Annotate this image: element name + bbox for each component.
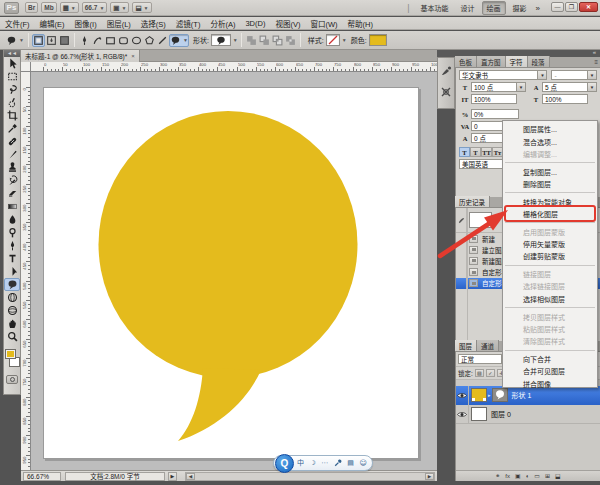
snapshot-thumbnail[interactable] [469,212,492,228]
3d-camera-tool[interactable] [4,304,20,317]
quick-selection-tool[interactable] [4,96,20,109]
emoji-icon[interactable]: ☺ [359,460,366,467]
menu-滤镜[interactable]: 滤镜(T) [171,18,206,29]
panel-menu-icon[interactable]: ≡ [594,59,598,65]
menu-分析[interactable]: 分析(A) [205,18,240,29]
menu-3D[interactable]: 3D(D) [240,19,270,28]
tab-直方图[interactable]: 直方图 [477,56,506,67]
zoom-tool[interactable] [4,330,20,343]
arrange-documents-icon[interactable]: ▣▼ [110,2,129,13]
context-menu-item[interactable]: 删除图层 [503,178,597,190]
context-menu-item[interactable]: 选择相似图层 [503,293,597,305]
horizontal-scale-field[interactable]: 100% [542,94,588,104]
3d-rotate-tool[interactable] [4,291,20,304]
document-tab[interactable]: 未标题-1 @ 66.7%(形状 1, RGB/8)* × [21,50,140,62]
marquee-tool[interactable] [4,70,20,83]
layer-row[interactable]: 图层 0 [456,405,600,424]
context-menu-item[interactable]: 粘贴图层样式 [503,323,597,335]
tool-preset-picker[interactable]: ▼ [5,34,25,47]
subtract-shape-area-button[interactable] [258,34,271,47]
half-full-width-icon[interactable]: ☽ [310,460,316,467]
context-menu-item[interactable]: 创建剪贴蒙版 [503,250,597,262]
font-style-dropdown-icon[interactable]: ▼ [588,70,597,80]
tools-icon[interactable] [334,459,342,467]
quick-mask-button[interactable] [6,375,18,384]
clipboard-icon[interactable]: ▤ [347,460,354,467]
tab-字符[interactable]: 字符 [506,56,528,67]
exclude-shape-areas-button[interactable] [284,34,297,47]
ellipse-tool-button[interactable] [130,34,143,47]
screen-mode-icon[interactable]: ⬓▼ [132,2,151,13]
canvas-page[interactable] [43,87,419,459]
intersect-shape-areas-button[interactable] [271,34,284,47]
type-tool[interactable] [4,252,20,265]
close-button[interactable]: ✕ [579,2,598,12]
freeform-pen-tool-button[interactable] [91,34,104,47]
shape-color-swatch[interactable] [369,34,387,46]
font-size-dropdown-icon[interactable]: ▼ [517,82,526,92]
context-menu-item[interactable]: 停用矢量蒙版 [503,238,597,250]
blur-tool[interactable] [4,213,20,226]
workspace-button-2[interactable]: 设计 [456,1,480,15]
move-tool[interactable] [4,57,20,70]
blend-mode-select[interactable]: 正常 [458,354,502,364]
brush-panel-icon[interactable] [438,62,454,79]
path-selection-tool[interactable] [4,265,20,278]
crop-tool[interactable] [4,109,20,122]
context-menu-item[interactable]: 图层属性... [503,123,597,135]
layer-thumbnail[interactable] [471,407,487,421]
layer-visibility-eye-icon[interactable] [456,405,469,424]
menu-编辑[interactable]: 编辑(E) [35,18,70,29]
context-menu-item[interactable]: 链接图层 [503,268,597,280]
add-shape-area-button[interactable] [245,34,258,47]
ime-logo-icon[interactable]: Q [275,454,294,473]
zoom-level-control[interactable]: 66.7▼ [82,2,108,13]
history-brush-source-box[interactable] [456,244,467,255]
dodge-tool[interactable] [4,226,20,239]
adjustment-layer-icon[interactable]: ◐ [526,473,530,479]
eyedropper-tool[interactable] [4,122,20,135]
custom-shape-tool-button[interactable]: ▼ [169,34,189,47]
vector-mask-thumbnail[interactable] [492,388,508,402]
context-menu-item[interactable]: 启用图层蒙版 [503,226,597,238]
menu-帮助[interactable]: 帮助(H) [343,18,378,29]
lock-image-icon[interactable]: ✓ [486,369,495,377]
font-style-select[interactable]: - [551,70,588,80]
vertical-scale-field[interactable]: 100% [471,94,517,104]
context-menu-item[interactable]: 拷贝图层样式 [503,310,597,322]
text-style-button-3[interactable]: TT [481,147,492,157]
lock-transparent-icon[interactable]: ▨ [475,369,484,377]
workspace-button-1[interactable]: 基本功能 [416,1,454,15]
canvas-viewport[interactable] [31,72,437,470]
gradient-tool[interactable] [4,200,20,213]
tab-通道[interactable]: 通道 [477,340,499,351]
pen-tool[interactable] [4,239,20,252]
healing-brush-tool[interactable] [4,135,20,148]
tab-图层[interactable]: 图层 [455,340,477,351]
line-tool-button[interactable] [156,34,169,47]
context-menu-item[interactable]: 合并可见图层 [503,365,597,377]
context-menu-item[interactable]: 编辑调整... [503,148,597,160]
font-size-field[interactable]: 100 点 [471,82,517,92]
context-menu-item[interactable]: 向下合并 [503,353,597,365]
paths-mode[interactable] [45,34,58,47]
menu-窗口[interactable]: 窗口(W) [305,18,342,29]
collapse-dock-icon[interactable]: « [593,49,596,55]
layer-mask-icon[interactable]: ▣ [515,473,521,479]
layer-thumbnail[interactable] [471,388,487,402]
shape-picker[interactable] [211,34,231,46]
workspace-button-3[interactable]: 绘画 [482,1,506,15]
workspace-more-button[interactable]: » [536,4,540,13]
new-layer-icon[interactable]: ⊞ [545,473,550,479]
layer-visibility-eye-icon[interactable] [456,386,469,405]
shape-tool[interactable] [4,278,20,291]
pen-tool-button[interactable] [78,34,91,47]
horizontal-scrollbar[interactable]: ◀ ▶ [185,472,435,481]
fill-pixels-mode[interactable] [58,34,71,47]
clone-source-panel-icon[interactable] [438,83,454,100]
workspace-button-4[interactable]: 摄影 [508,1,532,15]
history-brush-source-box[interactable] [456,255,467,266]
bridge-icon[interactable]: Br [25,2,38,13]
tools-panel-grip[interactable]: ◄◄ [4,50,20,57]
lasso-tool[interactable] [4,83,20,96]
